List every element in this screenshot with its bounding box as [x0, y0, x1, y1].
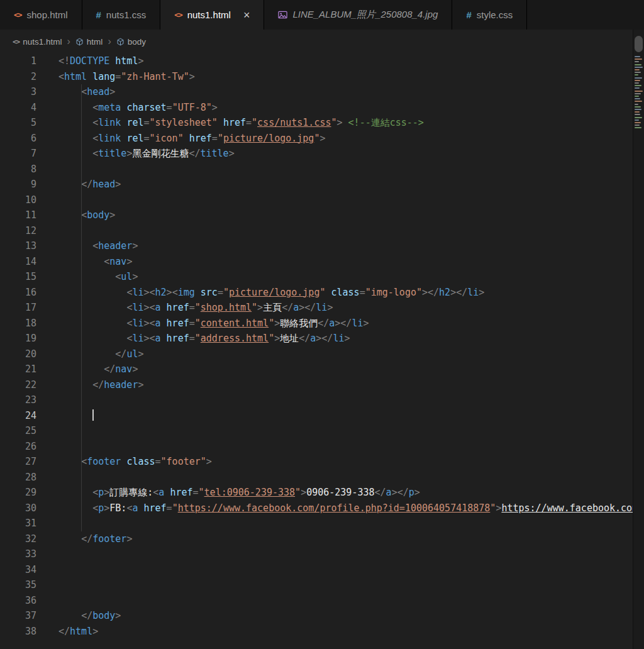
- code-line[interactable]: 32 </footer>: [0, 531, 633, 547]
- code-line[interactable]: 18 <li><a href="content.html">聯絡我們</a></…: [0, 316, 633, 331]
- code-line[interactable]: 16 <li><h2><img src="picture/logo.jpg" c…: [0, 285, 633, 301]
- code-token: </: [104, 363, 115, 375]
- code-line[interactable]: 10: [0, 192, 633, 208]
- minimap-line: [635, 109, 641, 110]
- tab-LINE_ALBUM_照片_250808_4.jpg[interactable]: LINE_ALBUM_照片_250808_4.jpg: [264, 0, 452, 30]
- code-token: </: [375, 487, 386, 498]
- code-line[interactable]: 36: [0, 593, 633, 609]
- minimap-line: [635, 56, 640, 57]
- code-token: >: [212, 102, 218, 113]
- code-line[interactable]: 6 <link rel="icon" href="picture/logo.jp…: [0, 131, 633, 147]
- code-token: class: [126, 456, 155, 467]
- code-text: </header>: [58, 377, 143, 393]
- tab-style.css[interactable]: #style.css: [452, 0, 527, 30]
- code-line[interactable]: 7 <title>黑金剛花生糖</title>: [0, 146, 633, 162]
- code-token: <: [92, 102, 98, 113]
- line-number: 28: [0, 470, 36, 485]
- code-token: "footer": [161, 456, 206, 467]
- code-token: </: [428, 287, 439, 298]
- code-line[interactable]: 9 </head>: [0, 177, 633, 192]
- code-token: >: [257, 302, 263, 313]
- code-token: a: [329, 318, 335, 329]
- code-token: <!--連結css-->: [348, 117, 424, 128]
- code-line[interactable]: 20 </ul>: [0, 347, 633, 362]
- code-line[interactable]: 3 <head>: [0, 84, 633, 100]
- code-line[interactable]: 8: [0, 162, 633, 177]
- line-number: 4: [0, 100, 36, 116]
- code-line[interactable]: 26: [0, 439, 633, 455]
- code-line[interactable]: 5 <link rel="stylesheet" href="css/nuts1…: [0, 115, 633, 131]
- line-number: 8: [0, 162, 36, 177]
- code-token: >: [132, 363, 138, 375]
- code-line[interactable]: 17 <li><a href="shop.html">主頁</a></li>: [0, 300, 633, 316]
- line-number: 13: [0, 238, 36, 254]
- code-token: https://www.facebook.com/profile.php?id=…: [501, 502, 633, 514]
- code-line[interactable]: 37 </body>: [0, 608, 633, 624]
- code-line[interactable]: 1<!DOCTYPE html>: [0, 53, 633, 69]
- code-token: >: [138, 348, 143, 360]
- code-token: =: [360, 287, 365, 298]
- code-line[interactable]: 21 </nav>: [0, 362, 633, 377]
- line-number: 20: [0, 347, 36, 362]
- code-line[interactable]: 14 <nav>: [0, 254, 633, 270]
- code-token: a: [293, 302, 299, 313]
- code-line[interactable]: 13 <header>: [0, 238, 633, 254]
- code-text: <body>: [58, 208, 115, 223]
- code-line[interactable]: 35: [0, 577, 633, 593]
- code-line[interactable]: 38</html>: [0, 624, 633, 640]
- code-token: >: [363, 318, 369, 329]
- editor[interactable]: 1<!DOCTYPE html>2<html lang="zh-Hant-Tw"…: [0, 53, 633, 649]
- code-line[interactable]: 12: [0, 223, 633, 239]
- code-line[interactable]: 25: [0, 423, 633, 439]
- code-token: >: [344, 333, 350, 344]
- code-token: href: [167, 333, 189, 344]
- minimap-line: [635, 64, 641, 65]
- scrollbar-minimap-strip[interactable]: [633, 30, 644, 649]
- code-token: footer: [87, 456, 121, 467]
- breadcrumb-item-body[interactable]: body: [116, 37, 146, 47]
- code-token: >: [299, 302, 304, 313]
- code-line[interactable]: 30 <p>FB:<a href="https://www.facebook.c…: [0, 501, 633, 516]
- code-line[interactable]: 11 <body>: [0, 208, 633, 223]
- code-token: link: [98, 133, 121, 144]
- code-token: >: [115, 610, 121, 621]
- tab-shop.html[interactable]: <>shop.html: [0, 0, 82, 30]
- code-text: <header>: [58, 238, 138, 254]
- line-number: 38: [0, 624, 36, 640]
- minimap-line: [635, 98, 640, 99]
- code-line[interactable]: 29 <p>訂購專線:<a href="tel:0906-239-338">09…: [0, 485, 633, 501]
- code-line[interactable]: 28: [0, 470, 633, 485]
- line-number: 19: [0, 331, 36, 347]
- tab-nuts1.html[interactable]: <>nuts1.html×: [160, 0, 264, 30]
- code-line[interactable]: 15 <ul>: [0, 269, 633, 285]
- tab-nuts1.css[interactable]: #nuts1.css: [82, 0, 161, 30]
- code-line[interactable]: 22 </header>: [0, 377, 633, 393]
- close-tab-icon[interactable]: ×: [243, 9, 250, 21]
- code-line[interactable]: 34: [0, 562, 633, 578]
- breadcrumb-item-nuts1.html[interactable]: <>nuts1.html: [13, 37, 62, 47]
- code-token: >: [143, 333, 149, 344]
- code-line[interactable]: 31: [0, 516, 633, 531]
- code-text: <li><a href="content.html">聯絡我們</a></li>: [58, 316, 369, 331]
- code-line[interactable]: 19 <li><a href="address.html">地址</a></li…: [0, 331, 633, 347]
- line-number: 33: [0, 546, 36, 562]
- code-line[interactable]: 27 <footer class="footer">: [0, 454, 633, 470]
- line-number: 32: [0, 531, 36, 547]
- minimap-line: [635, 77, 642, 79]
- code-line[interactable]: 33: [0, 546, 633, 562]
- code-line[interactable]: 23: [0, 392, 633, 408]
- scrollbar-thumb[interactable]: [635, 36, 643, 52]
- code-token: =: [115, 71, 121, 82]
- code-token: </: [92, 379, 104, 391]
- code-line[interactable]: 2<html lang="zh-Hant-Tw">: [0, 69, 633, 85]
- code-line[interactable]: 24: [0, 408, 633, 424]
- code-token: >: [414, 487, 420, 498]
- text-cursor: [92, 409, 94, 421]
- code-token: </: [304, 302, 316, 313]
- minimap[interactable]: [635, 56, 643, 138]
- breadcrumb-item-html[interactable]: html: [75, 37, 103, 47]
- code-text: <li><a href="shop.html">主頁</a></li>: [58, 300, 333, 316]
- code-line[interactable]: 4 <meta charset="UTF-8">: [0, 100, 633, 116]
- code-token: picture/logo.jpg: [229, 287, 320, 298]
- code-text: </footer>: [58, 531, 132, 547]
